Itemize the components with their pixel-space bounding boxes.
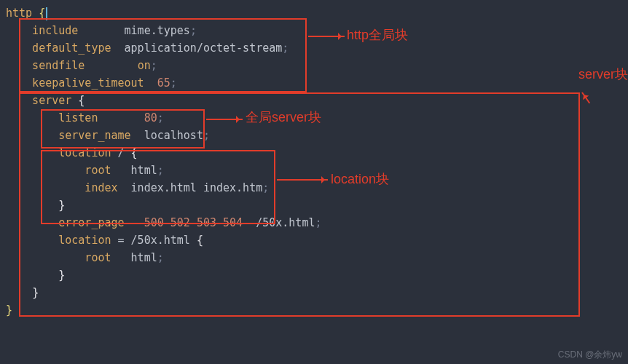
code-line: server {	[6, 92, 628, 109]
code-line: }	[6, 284, 628, 301]
code-line: location = /50x.html {	[6, 232, 628, 249]
arrow-icon	[308, 36, 345, 37]
code-line: }	[6, 197, 628, 214]
watermark: CSDN @余炜yw	[558, 349, 622, 361]
code-line: server_name localhost;	[6, 127, 628, 144]
code-line: sendfile on;	[6, 57, 628, 74]
code-line: default_type application/octet-stream;	[6, 39, 628, 57]
annotation-label-server: server块	[578, 66, 628, 83]
arrow-icon	[206, 119, 243, 120]
code-line: location / {	[6, 144, 628, 162]
annotation-label-location: location块	[331, 170, 389, 188]
code-line: index index.html index.htm;	[6, 179, 628, 197]
code-line: http {	[6, 4, 628, 22]
code-line: }	[6, 266, 628, 284]
code-line: root html;	[6, 249, 628, 266]
arrow-icon	[277, 179, 328, 181]
annotation-label-server-global: 全局server块	[246, 108, 321, 126]
text-cursor	[46, 7, 47, 20]
code-line: }	[6, 301, 628, 319]
code-line: root html;	[6, 162, 628, 179]
annotation-label-http-global: http全局块	[347, 26, 408, 44]
code-line: keepalive_timeout 65;	[6, 74, 628, 92]
code-line: error_page 500 502 503 504 /50x.html;	[6, 214, 628, 232]
